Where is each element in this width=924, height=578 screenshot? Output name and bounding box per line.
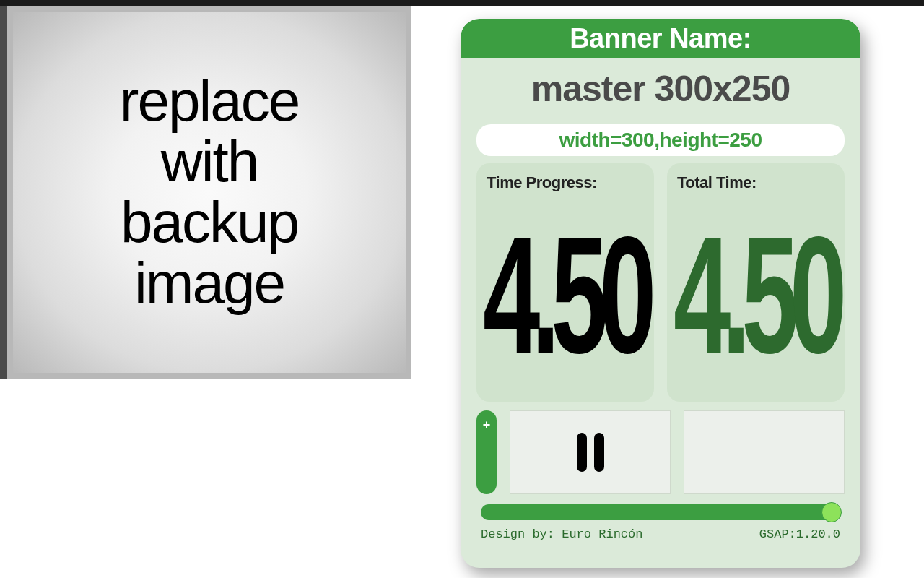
time-progress-label: Time Progress: (487, 173, 644, 192)
expand-button[interactable]: + (476, 410, 497, 494)
pause-icon (577, 433, 604, 472)
left-shade (0, 6, 7, 379)
time-progress-value: 4.50 (516, 192, 614, 397)
restart-button[interactable] (684, 410, 845, 494)
time-row: Time Progress: 4.50 Total Time: 4.50 (461, 163, 860, 402)
progress-slider[interactable] (481, 504, 840, 520)
progress-slider-thumb[interactable] (821, 502, 842, 522)
footer-credit: Design by: Euro Rincón (481, 527, 642, 541)
window-top-band (0, 0, 924, 6)
backup-image-text: replace with backup image (120, 71, 299, 314)
panel-footer: Design by: Euro Rincón GSAP:1.20.0 (461, 523, 860, 551)
panel-header: Banner Name: (461, 19, 860, 58)
banner-name-value: master 300x250 (461, 58, 860, 124)
control-panel: Banner Name: master 300x250 width=300,he… (461, 19, 860, 568)
progress-slider-wrap (461, 494, 860, 523)
total-time-label: Total Time: (677, 173, 834, 192)
total-time-card: Total Time: 4.50 (667, 163, 845, 402)
play-pause-button[interactable] (510, 410, 671, 494)
controls-row: + (461, 402, 860, 494)
backup-image-frame: replace with backup image (7, 6, 411, 379)
backup-image-placeholder: replace with backup image (13, 12, 406, 373)
total-time-value: 4.50 (707, 192, 804, 397)
time-progress-card: Time Progress: 4.50 (476, 163, 654, 402)
footer-gsap-version: GSAP:1.20.0 (759, 527, 840, 541)
dimensions-pill: width=300,height=250 (476, 124, 845, 156)
plus-icon: + (483, 418, 491, 433)
